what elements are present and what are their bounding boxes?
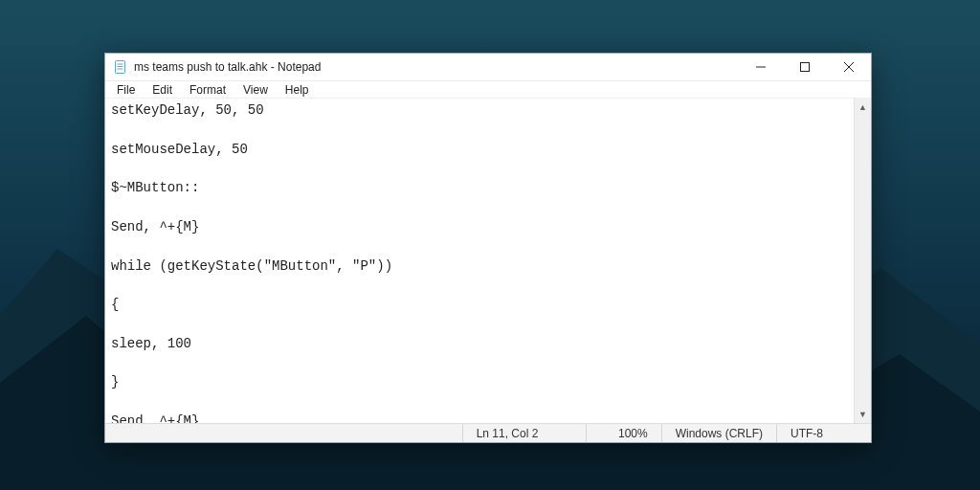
- maximize-button[interactable]: [783, 54, 827, 80]
- minimize-icon: [756, 62, 766, 72]
- statusbar: Ln 11, Col 2 100% Windows (CRLF) UTF-8: [105, 423, 871, 442]
- scroll-down-icon[interactable]: ▼: [855, 407, 871, 423]
- minimize-button[interactable]: [739, 54, 783, 80]
- desktop-background: ms teams push to talk.ahk - Notepad File…: [0, 0, 980, 490]
- svg-rect-5: [801, 63, 810, 72]
- menu-format[interactable]: Format: [182, 82, 234, 98]
- window-title: ms teams push to talk.ahk - Notepad: [134, 60, 321, 74]
- menubar: File Edit Format View Help: [105, 81, 871, 99]
- menu-file[interactable]: File: [109, 82, 143, 98]
- scroll-track[interactable]: [855, 115, 871, 407]
- close-icon: [844, 62, 854, 72]
- menu-view[interactable]: View: [235, 82, 276, 98]
- status-cursor: Ln 11, Col 2: [462, 424, 586, 442]
- notepad-window: ms teams push to talk.ahk - Notepad File…: [104, 53, 872, 443]
- vertical-scrollbar[interactable]: ▲ ▼: [854, 99, 871, 423]
- menu-help[interactable]: Help: [278, 82, 317, 98]
- close-button[interactable]: [827, 54, 871, 80]
- menu-edit[interactable]: Edit: [145, 82, 180, 98]
- maximize-icon: [800, 62, 810, 72]
- text-editor[interactable]: setKeyDelay, 50, 50 setMouseDelay, 50 $~…: [105, 99, 854, 423]
- status-zoom: 100%: [586, 424, 661, 442]
- editor-area: setKeyDelay, 50, 50 setMouseDelay, 50 $~…: [105, 99, 871, 423]
- status-encoding: UTF-8: [776, 424, 871, 442]
- titlebar[interactable]: ms teams push to talk.ahk - Notepad: [105, 54, 871, 81]
- status-line-ending: Windows (CRLF): [661, 424, 776, 442]
- notepad-icon: [113, 59, 128, 75]
- scroll-up-icon[interactable]: ▲: [855, 99, 871, 115]
